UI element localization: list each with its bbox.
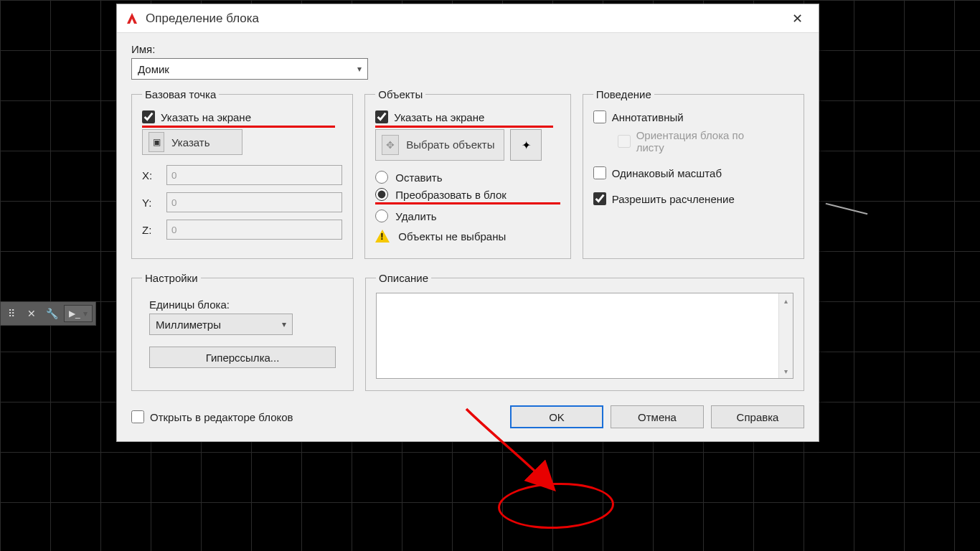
pick-point-icon: ▣: [149, 132, 164, 152]
y-label: Y:: [142, 197, 158, 209]
pick-point-label: Указать: [171, 136, 210, 149]
settings-group: Настройки Единицы блока: Миллиметры Гипе…: [131, 272, 354, 391]
objects-legend: Объекты: [375, 88, 425, 100]
x-input: [166, 165, 342, 185]
retain-radio[interactable]: Оставить: [375, 171, 560, 184]
uniform-scale-label: Одинаковый масштаб: [612, 167, 722, 179]
description-group: Описание ▴ ▾: [365, 272, 804, 391]
block-name-combo[interactable]: Домик: [131, 58, 368, 80]
command-prompt-button[interactable]: ▶_: [64, 305, 93, 322]
dialog-title: Определение блока: [146, 11, 259, 26]
units-label: Единицы блока:: [149, 298, 343, 311]
base-point-specify-checkbox[interactable]: Указать на экране: [142, 110, 342, 123]
select-objects-button[interactable]: ✥ Выбрать объекты: [375, 129, 504, 161]
ok-label: OK: [549, 411, 565, 423]
quick-select-icon: ✦: [522, 138, 531, 152]
block-units-value: Миллиметры: [156, 319, 221, 331]
pick-point-button[interactable]: ▣ Указать: [142, 129, 242, 155]
no-objects-text: Объекты не выбраны: [398, 230, 506, 242]
uniform-scale-checkbox[interactable]: Одинаковый масштаб: [593, 166, 793, 179]
delete-radio-input[interactable]: [375, 209, 388, 222]
quick-select-button[interactable]: ✦: [510, 129, 542, 161]
block-definition-dialog: Определение блока ✕ Имя: Домик Базовая т…: [116, 4, 819, 442]
grip-icon: ⠿: [4, 306, 19, 321]
match-orientation-input: [618, 135, 631, 148]
retain-label: Оставить: [395, 171, 442, 184]
close-icon[interactable]: ✕: [24, 306, 39, 321]
help-button[interactable]: Справка: [711, 405, 804, 428]
base-point-legend: Базовая точка: [142, 88, 219, 100]
convert-radio[interactable]: Преобразовать в блок: [375, 188, 560, 201]
annotative-label: Аннотативный: [612, 111, 684, 123]
hyperlink-button[interactable]: Гиперссылка...: [149, 347, 336, 368]
chevron-down-icon: [83, 309, 88, 319]
objects-specify-checkbox[interactable]: Указать на экране: [375, 110, 560, 123]
select-objects-label: Выбрать объекты: [406, 139, 494, 151]
annotative-input[interactable]: [593, 110, 606, 123]
select-objects-icon: ✥: [382, 135, 399, 155]
description-scrollbar[interactable]: ▴ ▾: [778, 293, 793, 378]
help-label: Справка: [737, 411, 779, 423]
convert-label: Преобразовать в блок: [395, 189, 507, 201]
chevron-down-icon: [357, 64, 362, 74]
objects-group: Объекты Указать на экране ✥ Выбрать объе…: [364, 88, 570, 259]
delete-radio[interactable]: Удалить: [375, 209, 560, 222]
z-label: Z:: [142, 224, 158, 236]
allow-explode-checkbox[interactable]: Разрешить расчленение: [593, 192, 793, 205]
settings-legend: Настройки: [142, 272, 201, 284]
base-point-group: Базовая точка Указать на экране ▣ Указат…: [131, 88, 353, 259]
ok-button[interactable]: OK: [510, 405, 603, 428]
allow-explode-label: Разрешить расчленение: [612, 193, 735, 205]
chevron-down-icon: [282, 319, 286, 329]
open-in-editor-checkbox[interactable]: Открыть в редакторе блоков: [131, 410, 293, 423]
wrench-icon[interactable]: 🔧: [44, 306, 60, 321]
cancel-button[interactable]: Отмена: [611, 405, 704, 428]
terminal-icon: ▶_: [69, 309, 80, 319]
description-legend: Описание: [376, 272, 431, 284]
uniform-scale-input[interactable]: [593, 166, 606, 179]
x-label: X:: [142, 169, 158, 182]
objects-specify-label: Указать на экране: [394, 111, 484, 123]
description-textarea[interactable]: [376, 293, 793, 379]
dialog-close-button[interactable]: ✕: [783, 4, 811, 33]
allow-explode-input[interactable]: [593, 192, 606, 205]
y-input: [166, 192, 342, 212]
name-label: Имя:: [131, 43, 804, 55]
base-point-specify-input[interactable]: [142, 110, 155, 123]
retain-radio-input[interactable]: [375, 171, 388, 184]
dialog-titlebar[interactable]: Определение блока ✕: [117, 4, 819, 33]
open-in-editor-label: Открыть в редакторе блоков: [150, 411, 293, 423]
warning-icon: [375, 230, 390, 242]
z-input: [166, 220, 342, 240]
objects-specify-input[interactable]: [375, 110, 388, 123]
block-name-value: Домик: [138, 63, 169, 75]
no-objects-warning: Объекты не выбраны: [375, 230, 560, 242]
convert-radio-input[interactable]: [375, 188, 388, 201]
behavior-group: Поведение Аннотативный Ориентация блока …: [583, 88, 804, 259]
annotative-checkbox[interactable]: Аннотативный: [593, 110, 793, 123]
scroll-down-icon[interactable]: ▾: [779, 364, 793, 378]
scroll-up-icon[interactable]: ▴: [779, 293, 793, 308]
autocad-app-icon: [124, 11, 140, 27]
block-units-combo[interactable]: Миллиметры: [149, 314, 293, 335]
hyperlink-label: Гиперссылка...: [206, 352, 280, 364]
match-orientation-checkbox: Ориентация блока по листу: [618, 129, 793, 154]
base-point-specify-label: Указать на экране: [161, 111, 251, 123]
open-in-editor-input[interactable]: [131, 410, 144, 423]
delete-label: Удалить: [395, 210, 436, 222]
match-orientation-label: Ориентация блока по листу: [636, 129, 773, 154]
cad-command-bar: ⠿ ✕ 🔧 ▶_: [0, 301, 96, 326]
cancel-label: Отмена: [638, 411, 677, 423]
behavior-legend: Поведение: [593, 88, 654, 100]
